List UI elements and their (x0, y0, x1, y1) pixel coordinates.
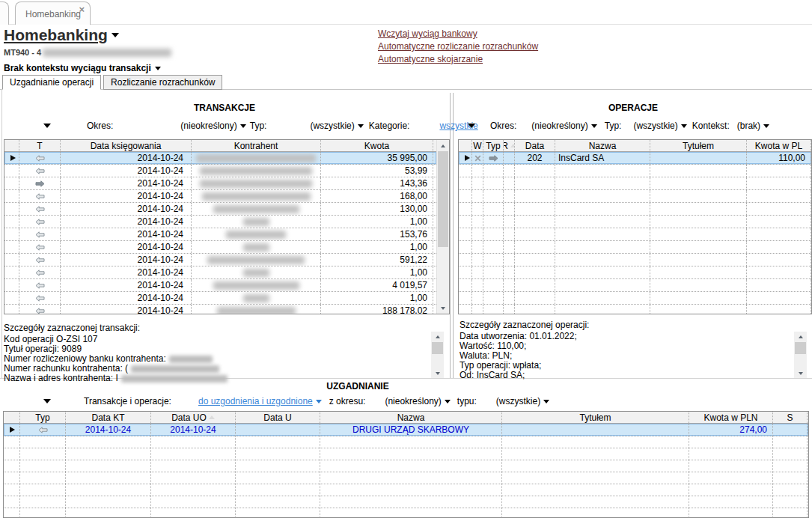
column-header[interactable]: R (504, 140, 515, 151)
column-header[interactable]: Data księgowania (61, 140, 192, 151)
column-header[interactable]: Typ (483, 140, 504, 151)
table-row-empty[interactable] (4, 460, 808, 472)
context-toggle[interactable]: Brak kontekstu wyciągu transakcji (4, 63, 161, 73)
row-marker-icon (10, 427, 15, 433)
auto-matching-link[interactable]: Automatyczne skojarzanie (378, 54, 538, 64)
table-row-empty[interactable] (459, 228, 811, 241)
table-row[interactable]: 2014-10-24591,22 (4, 254, 436, 266)
transactions-scrollbar[interactable] (436, 140, 449, 314)
collapse-filters-icon[interactable] (43, 124, 51, 128)
table-row-empty[interactable] (459, 241, 811, 254)
typ-dropdown[interactable]: (wszystkie) (496, 396, 549, 406)
table-row[interactable]: 2014-10-24153,76 (4, 228, 436, 241)
transaction-details-scrollbar[interactable] (431, 332, 444, 378)
scroll-up-button[interactable] (437, 140, 449, 151)
scrollbar-track[interactable] (431, 341, 444, 368)
table-cell (773, 484, 808, 496)
table-row[interactable]: 2014-10-241,00 (4, 292, 436, 305)
scroll-up-button[interactable] (431, 332, 444, 341)
column-header[interactable]: Typ (20, 412, 66, 423)
scrollbar-thumb[interactable] (438, 151, 448, 247)
column-header[interactable]: T (19, 140, 61, 151)
table-row-empty[interactable] (4, 484, 808, 496)
panel-splitter[interactable] (450, 93, 454, 378)
okres-dropdown[interactable]: (nieokreślony) (385, 396, 450, 406)
column-header[interactable]: Kwota w PLN (689, 412, 773, 423)
column-header[interactable]: W (472, 140, 483, 151)
okres-dropdown[interactable]: (nieokreślony) (180, 121, 245, 131)
table-row[interactable]: 2014-10-241,00 (4, 241, 436, 254)
okres-dropdown[interactable]: (nieokreślony) (531, 121, 596, 131)
table-row[interactable]: 2014-10-24130,00 (4, 203, 436, 216)
chevron-down-icon[interactable] (316, 400, 322, 403)
table-row[interactable]: 2014-10-244 019,57 (4, 279, 436, 292)
typ-dropdown[interactable]: (wszystkie) (310, 121, 363, 131)
table-row-empty[interactable] (459, 165, 811, 177)
close-icon[interactable]: × (79, 4, 85, 14)
table-row[interactable]: 2014-10-24188 178,02 (4, 305, 436, 314)
load-statement-link[interactable]: Wczytaj wyciąg bankowy (378, 28, 538, 39)
tab-homebanking[interactable]: Homebanking × (15, 1, 91, 25)
table-cell (747, 266, 811, 278)
column-header[interactable]: Tytułem (650, 140, 747, 151)
scroll-down-button[interactable] (794, 368, 807, 378)
column-header[interactable]: Kwota w PL (747, 140, 811, 151)
collapse-filters-icon[interactable] (43, 399, 51, 403)
tab-rozliczanie-rozrachunkow[interactable]: Rozliczanie rozrachunków (103, 75, 222, 90)
table-row-empty[interactable] (4, 436, 808, 448)
table-row[interactable]: 202InsCard SA110,00 (459, 152, 811, 165)
column-header[interactable]: Tytułem (502, 412, 689, 423)
table-row-empty[interactable] (459, 190, 811, 203)
table-cell (689, 496, 773, 508)
table-row[interactable]: 2014-10-24143,36 (4, 177, 436, 190)
column-header[interactable]: Data UO (151, 412, 236, 423)
scroll-down-button[interactable] (437, 302, 449, 314)
table-row-empty[interactable] (459, 177, 811, 190)
table-row-empty[interactable] (459, 279, 811, 292)
table-row[interactable]: 2014-10-24168,00 (4, 190, 436, 203)
tab-uzgadnianie-operacji[interactable]: Uzgadnianie operacji (2, 75, 101, 90)
operation-details-scrollbar[interactable] (794, 332, 807, 378)
table-row[interactable]: 2014-10-241,00 (4, 266, 436, 279)
column-header[interactable]: Nazwa (555, 140, 650, 151)
table-row-empty[interactable] (459, 254, 811, 266)
scrollbar-track[interactable] (437, 151, 449, 302)
column-header[interactable]: Data U (236, 412, 320, 423)
column-header[interactable]: Nazwa (320, 412, 502, 423)
column-header[interactable]: Data (515, 140, 555, 151)
scroll-down-button[interactable] (431, 368, 444, 378)
table-row[interactable]: 2014-10-2453,99 (4, 165, 436, 177)
auto-settlement-link[interactable]: Automatyczne rozliczanie rozrachunków (378, 41, 538, 52)
table-row-empty[interactable] (459, 203, 811, 216)
scrollbar-track[interactable] (794, 341, 807, 368)
typ-value: (wszystkie) (496, 396, 540, 406)
column-header[interactable]: S (773, 412, 808, 423)
table-row-empty[interactable] (4, 508, 808, 518)
table-cell (472, 203, 483, 215)
table-row-empty[interactable] (4, 496, 808, 508)
tab-partial[interactable] (0, 1, 9, 25)
title-menu-icon[interactable] (112, 33, 119, 37)
table-row[interactable]: 2014-10-241,00 (4, 216, 436, 228)
status-filter-link[interactable]: do uzgodnienia i uzgodnione (198, 396, 313, 406)
column-header[interactable]: Data KT (66, 412, 151, 423)
table-row-empty[interactable] (459, 292, 811, 305)
table-row[interactable]: 2014-10-2435 995,00 (4, 152, 436, 165)
collapse-filters-icon[interactable] (468, 124, 475, 128)
kontekst-dropdown[interactable]: (brak) (737, 121, 769, 131)
scrollbar-thumb[interactable] (432, 342, 443, 354)
column-header[interactable]: Kwota (321, 140, 433, 151)
table-row-empty[interactable] (459, 216, 811, 228)
scrollbar-thumb[interactable] (795, 342, 806, 354)
table-row-empty[interactable] (4, 448, 808, 460)
table-row-empty[interactable] (459, 305, 811, 314)
column-header[interactable]: Kontrahent (192, 140, 321, 151)
table-row-empty[interactable] (459, 266, 811, 279)
table-cell (19, 203, 61, 215)
table-row-empty[interactable] (4, 472, 808, 484)
typ-dropdown[interactable]: (wszystkie) (633, 121, 686, 131)
table-row[interactable]: 2014-10-242014-10-24DRUGI URZĄD SKARBOWY… (4, 424, 808, 436)
table-cell: 2014-10-24 (61, 266, 192, 278)
scroll-up-button[interactable] (794, 332, 807, 341)
table-cell (192, 203, 321, 215)
